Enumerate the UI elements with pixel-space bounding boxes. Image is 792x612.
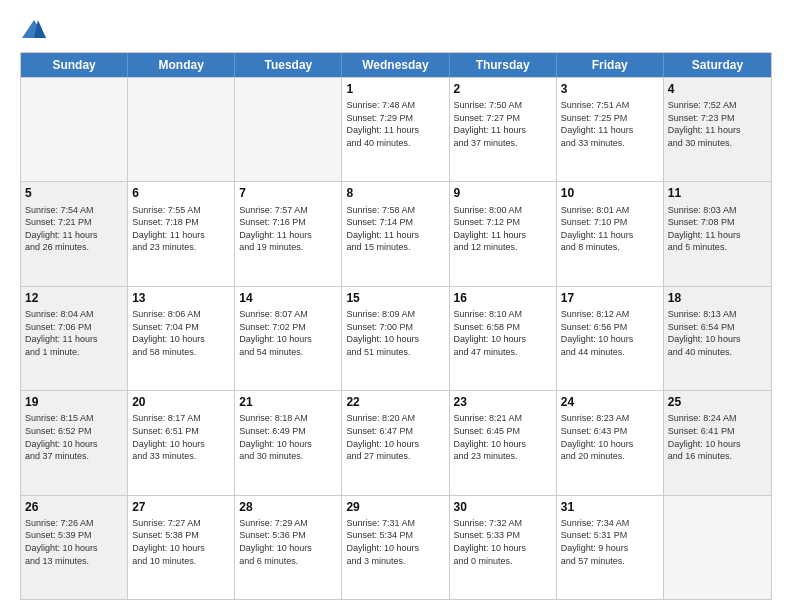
calendar-cell: 29Sunrise: 7:31 AM Sunset: 5:34 PM Dayli…: [342, 496, 449, 599]
day-number: 15: [346, 290, 444, 306]
cell-info: Sunrise: 7:55 AM Sunset: 7:18 PM Dayligh…: [132, 204, 230, 254]
day-number: 18: [668, 290, 767, 306]
day-number: 6: [132, 185, 230, 201]
calendar-cell: 20Sunrise: 8:17 AM Sunset: 6:51 PM Dayli…: [128, 391, 235, 494]
calendar-cell: 15Sunrise: 8:09 AM Sunset: 7:00 PM Dayli…: [342, 287, 449, 390]
cell-info: Sunrise: 8:23 AM Sunset: 6:43 PM Dayligh…: [561, 412, 659, 462]
calendar-cell: 7Sunrise: 7:57 AM Sunset: 7:16 PM Daylig…: [235, 182, 342, 285]
cell-info: Sunrise: 7:54 AM Sunset: 7:21 PM Dayligh…: [25, 204, 123, 254]
cell-info: Sunrise: 7:50 AM Sunset: 7:27 PM Dayligh…: [454, 99, 552, 149]
day-number: 30: [454, 499, 552, 515]
calendar-cell: 14Sunrise: 8:07 AM Sunset: 7:02 PM Dayli…: [235, 287, 342, 390]
calendar-cell: 11Sunrise: 8:03 AM Sunset: 7:08 PM Dayli…: [664, 182, 771, 285]
calendar-cell: [664, 496, 771, 599]
day-number: 21: [239, 394, 337, 410]
calendar-row: 26Sunrise: 7:26 AM Sunset: 5:39 PM Dayli…: [21, 495, 771, 599]
page: SundayMondayTuesdayWednesdayThursdayFrid…: [0, 0, 792, 612]
cell-info: Sunrise: 8:04 AM Sunset: 7:06 PM Dayligh…: [25, 308, 123, 358]
cell-info: Sunrise: 8:17 AM Sunset: 6:51 PM Dayligh…: [132, 412, 230, 462]
day-number: 20: [132, 394, 230, 410]
weekday-label: Friday: [557, 53, 664, 77]
cell-info: Sunrise: 7:58 AM Sunset: 7:14 PM Dayligh…: [346, 204, 444, 254]
cell-info: Sunrise: 7:48 AM Sunset: 7:29 PM Dayligh…: [346, 99, 444, 149]
calendar-cell: 27Sunrise: 7:27 AM Sunset: 5:38 PM Dayli…: [128, 496, 235, 599]
cell-info: Sunrise: 7:26 AM Sunset: 5:39 PM Dayligh…: [25, 517, 123, 567]
day-number: 17: [561, 290, 659, 306]
day-number: 24: [561, 394, 659, 410]
cell-info: Sunrise: 8:07 AM Sunset: 7:02 PM Dayligh…: [239, 308, 337, 358]
calendar-header: SundayMondayTuesdayWednesdayThursdayFrid…: [21, 53, 771, 77]
cell-info: Sunrise: 7:27 AM Sunset: 5:38 PM Dayligh…: [132, 517, 230, 567]
header: [20, 16, 772, 44]
cell-info: Sunrise: 7:57 AM Sunset: 7:16 PM Dayligh…: [239, 204, 337, 254]
day-number: 28: [239, 499, 337, 515]
calendar-cell: 21Sunrise: 8:18 AM Sunset: 6:49 PM Dayli…: [235, 391, 342, 494]
cell-info: Sunrise: 7:51 AM Sunset: 7:25 PM Dayligh…: [561, 99, 659, 149]
cell-info: Sunrise: 8:01 AM Sunset: 7:10 PM Dayligh…: [561, 204, 659, 254]
cell-info: Sunrise: 8:21 AM Sunset: 6:45 PM Dayligh…: [454, 412, 552, 462]
day-number: 5: [25, 185, 123, 201]
calendar-cell: 17Sunrise: 8:12 AM Sunset: 6:56 PM Dayli…: [557, 287, 664, 390]
calendar-body: 1Sunrise: 7:48 AM Sunset: 7:29 PM Daylig…: [21, 77, 771, 599]
cell-info: Sunrise: 7:34 AM Sunset: 5:31 PM Dayligh…: [561, 517, 659, 567]
weekday-label: Thursday: [450, 53, 557, 77]
calendar-row: 1Sunrise: 7:48 AM Sunset: 7:29 PM Daylig…: [21, 77, 771, 181]
calendar-cell: 4Sunrise: 7:52 AM Sunset: 7:23 PM Daylig…: [664, 78, 771, 181]
day-number: 7: [239, 185, 337, 201]
calendar-row: 12Sunrise: 8:04 AM Sunset: 7:06 PM Dayli…: [21, 286, 771, 390]
day-number: 19: [25, 394, 123, 410]
day-number: 9: [454, 185, 552, 201]
day-number: 26: [25, 499, 123, 515]
day-number: 10: [561, 185, 659, 201]
weekday-label: Saturday: [664, 53, 771, 77]
weekday-label: Tuesday: [235, 53, 342, 77]
calendar-cell: 5Sunrise: 7:54 AM Sunset: 7:21 PM Daylig…: [21, 182, 128, 285]
day-number: 12: [25, 290, 123, 306]
weekday-label: Wednesday: [342, 53, 449, 77]
cell-info: Sunrise: 7:31 AM Sunset: 5:34 PM Dayligh…: [346, 517, 444, 567]
cell-info: Sunrise: 8:18 AM Sunset: 6:49 PM Dayligh…: [239, 412, 337, 462]
day-number: 2: [454, 81, 552, 97]
day-number: 27: [132, 499, 230, 515]
calendar-cell: 28Sunrise: 7:29 AM Sunset: 5:36 PM Dayli…: [235, 496, 342, 599]
calendar-cell: [128, 78, 235, 181]
calendar-cell: 26Sunrise: 7:26 AM Sunset: 5:39 PM Dayli…: [21, 496, 128, 599]
day-number: 14: [239, 290, 337, 306]
calendar-cell: 1Sunrise: 7:48 AM Sunset: 7:29 PM Daylig…: [342, 78, 449, 181]
calendar-cell: [21, 78, 128, 181]
day-number: 11: [668, 185, 767, 201]
cell-info: Sunrise: 8:12 AM Sunset: 6:56 PM Dayligh…: [561, 308, 659, 358]
calendar-cell: 10Sunrise: 8:01 AM Sunset: 7:10 PM Dayli…: [557, 182, 664, 285]
calendar-cell: 13Sunrise: 8:06 AM Sunset: 7:04 PM Dayli…: [128, 287, 235, 390]
cell-info: Sunrise: 7:52 AM Sunset: 7:23 PM Dayligh…: [668, 99, 767, 149]
calendar-cell: [235, 78, 342, 181]
cell-info: Sunrise: 8:15 AM Sunset: 6:52 PM Dayligh…: [25, 412, 123, 462]
calendar-cell: 9Sunrise: 8:00 AM Sunset: 7:12 PM Daylig…: [450, 182, 557, 285]
day-number: 23: [454, 394, 552, 410]
calendar-cell: 16Sunrise: 8:10 AM Sunset: 6:58 PM Dayli…: [450, 287, 557, 390]
cell-info: Sunrise: 8:24 AM Sunset: 6:41 PM Dayligh…: [668, 412, 767, 462]
cell-info: Sunrise: 7:32 AM Sunset: 5:33 PM Dayligh…: [454, 517, 552, 567]
calendar-cell: 6Sunrise: 7:55 AM Sunset: 7:18 PM Daylig…: [128, 182, 235, 285]
day-number: 29: [346, 499, 444, 515]
weekday-label: Sunday: [21, 53, 128, 77]
cell-info: Sunrise: 8:10 AM Sunset: 6:58 PM Dayligh…: [454, 308, 552, 358]
day-number: 22: [346, 394, 444, 410]
day-number: 25: [668, 394, 767, 410]
calendar-cell: 3Sunrise: 7:51 AM Sunset: 7:25 PM Daylig…: [557, 78, 664, 181]
day-number: 13: [132, 290, 230, 306]
calendar-cell: 18Sunrise: 8:13 AM Sunset: 6:54 PM Dayli…: [664, 287, 771, 390]
calendar-cell: 23Sunrise: 8:21 AM Sunset: 6:45 PM Dayli…: [450, 391, 557, 494]
calendar-cell: 24Sunrise: 8:23 AM Sunset: 6:43 PM Dayli…: [557, 391, 664, 494]
cell-info: Sunrise: 8:20 AM Sunset: 6:47 PM Dayligh…: [346, 412, 444, 462]
day-number: 4: [668, 81, 767, 97]
calendar-cell: 25Sunrise: 8:24 AM Sunset: 6:41 PM Dayli…: [664, 391, 771, 494]
weekday-label: Monday: [128, 53, 235, 77]
cell-info: Sunrise: 7:29 AM Sunset: 5:36 PM Dayligh…: [239, 517, 337, 567]
cell-info: Sunrise: 8:09 AM Sunset: 7:00 PM Dayligh…: [346, 308, 444, 358]
day-number: 3: [561, 81, 659, 97]
logo-icon: [20, 16, 48, 44]
calendar-cell: 8Sunrise: 7:58 AM Sunset: 7:14 PM Daylig…: [342, 182, 449, 285]
calendar-row: 5Sunrise: 7:54 AM Sunset: 7:21 PM Daylig…: [21, 181, 771, 285]
calendar-cell: 31Sunrise: 7:34 AM Sunset: 5:31 PM Dayli…: [557, 496, 664, 599]
